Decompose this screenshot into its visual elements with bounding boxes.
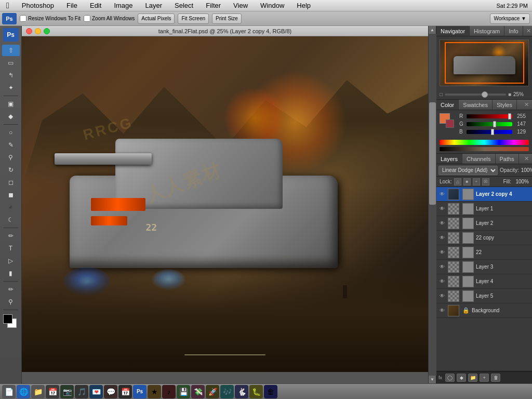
dock-music[interactable]: 🎵 <box>75 385 88 398</box>
nav-view-rect[interactable] <box>445 42 524 83</box>
menu-filter[interactable]: Filter <box>204 2 223 9</box>
dodge-tool[interactable]: ☾ <box>2 214 20 225</box>
navigator-panel-close[interactable]: ✕ <box>523 28 532 34</box>
green-slider-thumb[interactable] <box>493 121 496 127</box>
close-button[interactable] <box>26 28 32 34</box>
menu-edit[interactable]: Edit <box>88 2 103 9</box>
print-size-button[interactable]: Print Size <box>212 14 242 24</box>
layer-item[interactable]: 👁 Layer 2 copy 4 <box>436 187 532 202</box>
layer-item[interactable]: 👁 🔒 Background <box>436 303 532 318</box>
dock-app-8[interactable]: 🐛 <box>249 385 263 398</box>
dock-photos[interactable]: 📷 <box>60 385 74 398</box>
lock-pixels-btn[interactable]: ■ <box>463 178 471 185</box>
lock-all-btn[interactable]: ☒ <box>482 178 489 185</box>
blend-mode-dropdown[interactable]: Linear Dodge (Add) <box>438 166 498 175</box>
color-spectrum-bar[interactable] <box>440 140 529 145</box>
eraser-tool[interactable]: ◻ <box>2 177 20 188</box>
layer-item[interactable]: 👁 Layer 4 <box>436 274 532 289</box>
maximize-button[interactable] <box>44 28 50 34</box>
layer-item[interactable]: 👁 Layer 1 <box>436 202 532 216</box>
create-group-btn[interactable]: 📁 <box>468 374 477 382</box>
delete-layer-btn[interactable]: 🗑 <box>491 374 500 382</box>
tab-layers[interactable]: Layers <box>436 154 462 164</box>
menu-help[interactable]: Help <box>295 2 313 9</box>
dock-app-3[interactable]: 💾 <box>177 385 190 398</box>
zoom-all-checkbox[interactable]: Zoom All Windows <box>84 15 135 22</box>
layer-visibility-toggle[interactable]: 👁 <box>438 205 446 212</box>
color-panel-close[interactable]: ✕ <box>521 101 532 108</box>
menu-file[interactable]: File <box>64 2 79 9</box>
minimize-button[interactable] <box>35 28 41 34</box>
zoom-tool[interactable]: ⚲ <box>2 296 20 308</box>
dock-mail[interactable]: 💌 <box>89 385 103 398</box>
layers-panel-close[interactable]: ✕ <box>521 155 532 162</box>
layer-visibility-toggle[interactable]: 👁 <box>438 292 446 300</box>
dock-trash[interactable]: 🗑 <box>264 385 277 398</box>
menu-photoshop[interactable]: Photoshop <box>20 2 56 9</box>
layer-item[interactable]: 👁 Layer 5 <box>436 289 532 303</box>
apple-menu[interactable]:  <box>4 1 11 10</box>
blue-slider-thumb[interactable] <box>491 129 494 135</box>
zoom-all-input[interactable] <box>84 15 90 22</box>
menu-layer[interactable]: Layer <box>143 2 165 9</box>
dock-app-2[interactable]: ♪ <box>162 385 176 398</box>
brush-tool[interactable]: ✎ <box>2 139 20 151</box>
scroll-thumb[interactable] <box>429 102 436 205</box>
layer-visibility-toggle[interactable]: 👁 <box>438 307 446 314</box>
actual-pixels-button[interactable]: Actual Pixels <box>138 14 175 24</box>
green-slider[interactable] <box>467 122 512 126</box>
dock-safari[interactable]: 🌐 <box>17 385 30 398</box>
tab-channels[interactable]: Channels <box>462 154 495 164</box>
dock-app-7[interactable]: 🐇 <box>235 385 248 398</box>
dock-calendar-2[interactable]: 📅 <box>118 385 132 398</box>
blue-slider[interactable] <box>467 130 512 134</box>
dock-finder[interactable]: 📄 <box>2 385 16 398</box>
color-swatches-preview[interactable] <box>440 113 454 128</box>
create-new-layer-btn[interactable]: + <box>480 374 489 382</box>
dock-app-6[interactable]: 🎶 <box>220 385 234 398</box>
layer-visibility-toggle[interactable]: 👁 <box>438 278 446 285</box>
scroll-down-arrow[interactable]: ▼ <box>429 376 436 383</box>
layer-visibility-toggle[interactable]: 👁 <box>438 249 446 256</box>
dock-app-4[interactable]: 💸 <box>191 385 205 398</box>
create-adjustment-layer-btn[interactable]: ◆ <box>457 374 466 382</box>
menu-view[interactable]: View <box>231 2 250 9</box>
tab-color[interactable]: Color <box>436 100 459 110</box>
history-brush-tool[interactable]: ↻ <box>2 164 20 176</box>
scroll-track[interactable] <box>429 34 436 376</box>
pen-tool[interactable]: ✏ <box>2 230 20 242</box>
tab-paths[interactable]: Paths <box>496 154 519 164</box>
scroll-up-arrow[interactable]: ▲ <box>429 26 436 34</box>
lock-transparency-btn[interactable]: △ <box>454 178 461 185</box>
tab-styles[interactable]: Styles <box>493 100 517 110</box>
layer-visibility-toggle[interactable]: 👁 <box>438 220 446 227</box>
opacity-value[interactable]: 100% <box>521 167 532 173</box>
add-layer-mask-btn[interactable]: ◯ <box>445 374 455 382</box>
type-tool[interactable]: T <box>2 243 20 254</box>
lasso-tool[interactable]: ↰ <box>2 70 20 81</box>
magic-wand-tool[interactable]: ✦ <box>2 82 20 94</box>
lock-position-btn[interactable]: + <box>473 178 480 185</box>
tab-info[interactable]: Info <box>504 26 523 36</box>
dock-calendar[interactable]: 📅 <box>46 385 59 398</box>
green-value[interactable]: 147 <box>514 121 526 127</box>
resize-windows-checkbox[interactable]: Resize Windows To Fit <box>20 15 81 22</box>
path-selection-tool[interactable]: ▷ <box>2 255 20 267</box>
layer-item[interactable]: 👁 22 <box>436 245 532 260</box>
tab-histogram[interactable]: Histogram <box>470 26 504 36</box>
fit-screen-button[interactable]: Fit Screen <box>178 14 209 24</box>
zoom-slider-handle[interactable] <box>482 91 488 98</box>
red-slider-thumb[interactable] <box>508 113 511 119</box>
layer-item[interactable]: 👁 Layer 3 <box>436 260 532 274</box>
layer-item[interactable]: 👁 Layer 2 <box>436 216 532 231</box>
foreground-background-colors[interactable] <box>2 314 20 331</box>
dock-app-1[interactable]: ★ <box>148 385 161 398</box>
dock-folder[interactable]: 📁 <box>31 385 45 398</box>
eyedropper-tool[interactable]: ◆ <box>2 111 20 122</box>
layer-visibility-toggle[interactable]: 👁 <box>438 234 446 242</box>
resize-checkbox-input[interactable] <box>20 15 26 22</box>
foreground-color[interactable] <box>3 314 12 324</box>
move-tool[interactable]: ⇧ <box>2 45 20 56</box>
dock-photoshop[interactable]: Ps <box>133 385 147 398</box>
dock-chat[interactable]: 💬 <box>104 385 117 398</box>
